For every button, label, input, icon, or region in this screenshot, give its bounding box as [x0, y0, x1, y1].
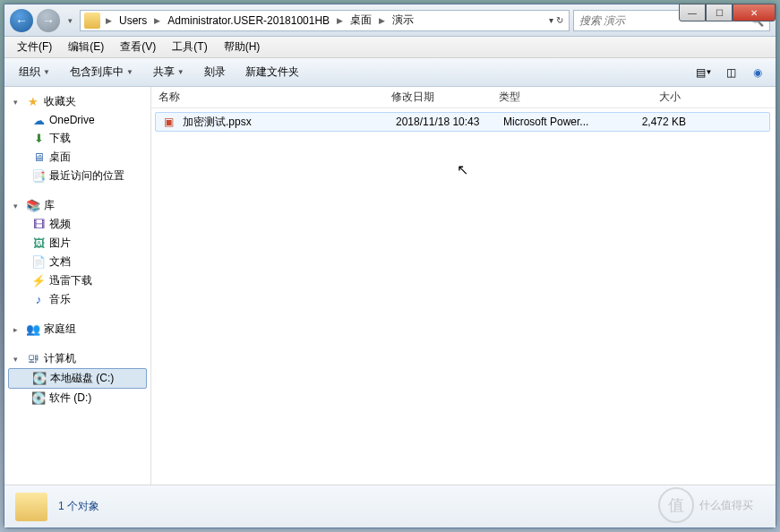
tree-video[interactable]: 🎞视频	[4, 215, 150, 234]
tree-label: 收藏夹	[44, 94, 76, 109]
video-icon: 🎞	[31, 218, 46, 232]
column-type[interactable]: 类型	[492, 90, 599, 105]
tree-label: OneDrive	[49, 114, 95, 126]
navigation-pane[interactable]: ▾★收藏夹 ☁OneDrive ⬇下载 🖥桌面 📑最近访问的位置 ▾📚库 🎞视频…	[4, 87, 151, 485]
file-size: 2,472 KB	[604, 116, 693, 128]
crumb-separator: ▶	[335, 16, 345, 25]
tree-pictures[interactable]: 🖼图片	[4, 234, 150, 253]
window-controls: — ☐ ✕	[679, 4, 776, 21]
menu-tools[interactable]: 工具(T)	[165, 38, 214, 56]
status-text: 1 个对象	[58, 499, 99, 514]
tree-homegroup[interactable]: ▸👥家庭组	[4, 320, 150, 339]
tree-label: 家庭组	[44, 322, 76, 337]
refresh-button[interactable]: ↻	[556, 15, 563, 25]
tree-favorites[interactable]: ▾★收藏夹	[4, 92, 150, 111]
include-label: 包含到库中	[70, 64, 124, 80]
crumb-current[interactable]: 演示	[389, 13, 417, 28]
menu-file[interactable]: 文件(F)	[10, 38, 59, 56]
tree-thunder[interactable]: ⚡迅雷下载	[4, 271, 150, 290]
computer-icon: 🖳	[26, 352, 40, 366]
download-icon: ⬇	[31, 132, 46, 146]
command-bar: 组织▼ 包含到库中▼ 共享▼ 刻录 新建文件夹 ▤ ▼ ◫ ◉	[4, 58, 776, 87]
back-button[interactable]: ←	[10, 9, 33, 32]
menu-view[interactable]: 查看(V)	[113, 38, 163, 56]
file-name: 加密测试.ppsx	[176, 115, 389, 130]
view-options-button[interactable]: ▤ ▼	[693, 63, 715, 82]
tree-documents[interactable]: 📄文档	[4, 253, 150, 271]
crumb-desktop[interactable]: 桌面	[347, 13, 375, 28]
tree-label: 文档	[49, 254, 71, 270]
folder-icon	[15, 493, 47, 521]
tree-label: 视频	[49, 217, 71, 232]
explorer-window: — ☐ ✕ ← → ▾ ▶ Users ▶ Administrator.USER…	[4, 4, 776, 528]
tree-library[interactable]: ▾📚库	[4, 196, 150, 215]
organize-label: 组织	[19, 64, 40, 80]
include-library-button[interactable]: 包含到库中▼	[63, 62, 141, 82]
help-button[interactable]: ◉	[747, 63, 768, 82]
folder-icon	[84, 13, 100, 29]
homegroup-icon: 👥	[26, 322, 40, 337]
column-headers: 名称 修改日期 类型 大小	[151, 87, 776, 108]
crumb-separator: ▶	[377, 16, 387, 25]
pictures-icon: 🖼	[31, 236, 46, 251]
tree-label: 迅雷下载	[49, 273, 92, 288]
tree-label: 最近访问的位置	[49, 168, 124, 184]
tree-downloads[interactable]: ⬇下载	[4, 129, 150, 148]
address-dropdown[interactable]: ▾	[549, 15, 553, 25]
expand-icon[interactable]: ▸	[13, 325, 22, 334]
thunder-icon: ⚡	[31, 274, 46, 288]
tree-recent[interactable]: 📑最近访问的位置	[4, 167, 150, 185]
chevron-down-icon: ▼	[126, 68, 133, 76]
file-date: 2018/11/18 10:43	[389, 116, 496, 128]
tree-label: 软件 (D:)	[49, 390, 91, 406]
column-size[interactable]: 大小	[599, 90, 689, 105]
navigation-bar: ← → ▾ ▶ Users ▶ Administrator.USER-20181…	[4, 4, 776, 37]
tree-disk-c[interactable]: 💽本地磁盘 (C:)	[8, 368, 147, 389]
disk-icon: 💽	[31, 391, 46, 406]
tree-music[interactable]: ♪音乐	[4, 290, 150, 309]
collapse-icon[interactable]: ▾	[13, 98, 22, 107]
preview-pane-button[interactable]: ◫	[720, 63, 741, 82]
close-button[interactable]: ✕	[733, 4, 776, 21]
file-row[interactable]: ▣ 加密测试.ppsx 2018/11/18 10:43 Microsoft P…	[155, 112, 770, 132]
library-icon: 📚	[26, 199, 40, 213]
watermark-text: 什么值得买	[699, 498, 753, 513]
crumb-users[interactable]: Users	[116, 14, 150, 27]
tree-label: 本地磁盘 (C:)	[50, 371, 114, 386]
music-icon: ♪	[31, 293, 46, 307]
burn-button[interactable]: 刻录	[197, 62, 233, 82]
crumb-separator: ▶	[104, 16, 114, 25]
star-icon: ★	[26, 95, 40, 109]
document-icon: 📄	[31, 255, 46, 270]
crumb-separator: ▶	[152, 16, 162, 25]
tree-computer[interactable]: ▾🖳计算机	[4, 349, 150, 368]
recent-icon: 📑	[31, 169, 46, 184]
tree-onedrive[interactable]: ☁OneDrive	[4, 111, 150, 129]
share-button[interactable]: 共享▼	[146, 62, 192, 82]
maximize-button[interactable]: ☐	[706, 4, 733, 21]
desktop-icon: 🖥	[31, 150, 46, 165]
forward-button[interactable]: →	[37, 9, 60, 32]
chevron-down-icon: ▼	[43, 68, 50, 76]
file-list-pane: 名称 修改日期 类型 大小 ▣ 加密测试.ppsx 2018/11/18 10:…	[151, 87, 776, 485]
watermark-icon: 值	[658, 487, 694, 523]
collapse-icon[interactable]: ▾	[13, 355, 22, 364]
tree-label: 桌面	[49, 150, 71, 165]
column-date[interactable]: 修改日期	[384, 90, 492, 105]
tree-disk-d[interactable]: 💽软件 (D:)	[4, 389, 150, 408]
tree-desktop[interactable]: 🖥桌面	[4, 148, 150, 167]
tree-label: 图片	[49, 236, 71, 251]
menu-help[interactable]: 帮助(H)	[217, 38, 268, 56]
organize-button[interactable]: 组织▼	[12, 62, 57, 82]
column-name[interactable]: 名称	[151, 90, 384, 105]
crumb-admin[interactable]: Administrator.USER-20181001HB	[164, 14, 333, 27]
menu-edit[interactable]: 编辑(E)	[61, 38, 111, 56]
address-bar[interactable]: ▶ Users ▶ Administrator.USER-20181001HB …	[80, 10, 570, 31]
tree-label: 下载	[49, 131, 71, 146]
history-dropdown[interactable]: ▾	[64, 12, 76, 30]
minimize-button[interactable]: —	[679, 4, 706, 21]
menu-bar: 文件(F) 编辑(E) 查看(V) 工具(T) 帮助(H)	[4, 37, 776, 58]
new-folder-button[interactable]: 新建文件夹	[238, 62, 306, 82]
collapse-icon[interactable]: ▾	[13, 202, 22, 210]
cloud-icon: ☁	[31, 113, 46, 127]
